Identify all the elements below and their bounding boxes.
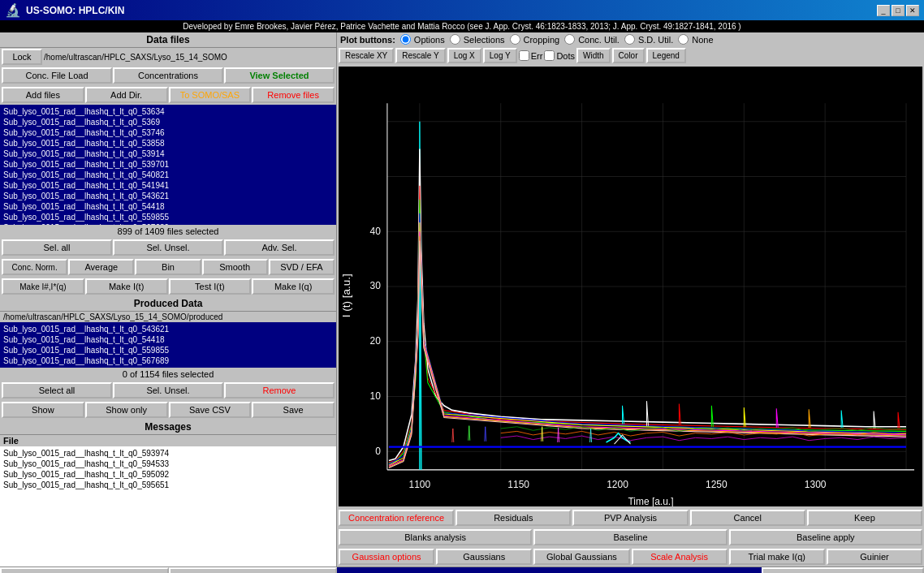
list-item[interactable]: Sub_lyso_0015_rad__lhashq_t_lt_q0_5369	[2, 117, 335, 127]
sd-util-radio[interactable]	[624, 34, 635, 45]
log-x-button[interactable]: Log X	[447, 48, 481, 63]
conc-file-load-button[interactable]: Conc. File Load	[2, 67, 112, 84]
make-if-button[interactable]: Make I#,I*(q)	[2, 278, 84, 295]
none-radio-label[interactable]: None	[678, 34, 713, 45]
remove-files-button[interactable]: Remove files	[252, 87, 335, 103]
blanks-analysis-button[interactable]: Blanks analysis	[339, 529, 532, 545]
save-csv-button[interactable]: Save CSV	[169, 402, 252, 418]
view-selected-button[interactable]: View Selected	[224, 67, 335, 84]
trial-make-lq-button[interactable]: Trial make I(q)	[729, 549, 825, 565]
list-item[interactable]: Sub_lyso_0015_rad__lhashq_t_lt_q0_559855	[2, 212, 335, 222]
list-item[interactable]: Sub_lyso_0015_rad__lhashq_t_lt_q0_543621	[2, 191, 335, 201]
guinier-button[interactable]: Guinier	[827, 549, 922, 565]
baseline-button[interactable]: Baseline	[533, 529, 727, 545]
save-button[interactable]: Save	[252, 402, 335, 418]
log-y-button[interactable]: Log Y	[483, 48, 517, 63]
messages-list[interactable]: Sub_lyso_0015_rad__lhashq_t_lt_q0_593974…	[0, 446, 336, 567]
color-button[interactable]: Color	[612, 48, 645, 63]
conc-util-radio-label[interactable]: Conc. Util.	[564, 34, 620, 45]
baseline-apply-button[interactable]: Baseline apply	[729, 529, 922, 545]
list-item[interactable]: Sub_lyso_0015_rad__lhashq_t_lt_q0_53858	[2, 138, 335, 149]
options-button[interactable]: Options	[169, 567, 338, 573]
cropping-radio-label[interactable]: Cropping	[510, 34, 560, 45]
process-toolbar: Conc. Norm. Average Bin Smooth SVD / EFA	[0, 257, 336, 277]
data-files-list[interactable]: Sub_lyso_0015_rad__lhashq_t_lt_q0_53634S…	[0, 105, 336, 225]
gaussian-options-button[interactable]: Gaussian options	[339, 549, 434, 565]
options-radio-label[interactable]: Options	[400, 34, 445, 45]
show-button[interactable]: Show	[2, 402, 84, 418]
none-radio-text: None	[692, 35, 713, 45]
concentration-reference-button[interactable]: Concentration reference	[339, 510, 454, 526]
bin-button[interactable]: Bin	[135, 259, 201, 275]
list-item[interactable]: Sub_lyso_0015_rad__lhashq_t_lt_q0_54418	[2, 334, 335, 345]
legend-button[interactable]: Legend	[646, 48, 686, 63]
width-button[interactable]: Width	[576, 48, 611, 63]
svg-text:0: 0	[375, 444, 381, 457]
residuals-button[interactable]: Residuals	[456, 510, 571, 526]
close-button[interactable]: ✕	[906, 5, 919, 16]
plot-canvas[interactable]: 0 10 20 30 40 I (t) [a.u.] 1100 1150 120…	[339, 67, 922, 506]
list-item[interactable]: Sub_lyso_0015_rad__lhashq_t_lt_q0_53746	[2, 127, 335, 138]
list-item[interactable]: Sub_lyso_0015_rad__lhashq_t_lt_q0_539701	[2, 159, 335, 170]
sel-unsel-button[interactable]: Sel. Unsel.	[113, 239, 223, 256]
list-item[interactable]: Sub_lyso_0015_rad__lhashq_t_lt_q0_540821	[2, 170, 335, 180]
sd-util-radio-label[interactable]: S.D. Util.	[624, 34, 673, 45]
selections-radio[interactable]	[450, 34, 460, 45]
list-item[interactable]: Sub_lyso_0015_rad__lhashq_t_lt_q0_53914	[2, 149, 335, 159]
rescale-xy-button[interactable]: Rescale XY	[339, 48, 394, 63]
show-only-button[interactable]: Show only	[85, 402, 168, 418]
options-radio-text: Options	[414, 35, 445, 45]
list-item[interactable]: Sub_lyso_0015_rad__lhashq_t_lt_q0_543621	[2, 324, 335, 334]
sel-all-button[interactable]: Sel. all	[2, 239, 112, 256]
svg-text:1100: 1100	[409, 478, 431, 491]
path-display: /home/ultrascan/HPLC_SAXS/Lyso_15_14_SOM…	[44, 53, 335, 62]
rescale-y-button[interactable]: Rescale Y	[395, 48, 445, 63]
pvp-analysis-button[interactable]: PVP Analysis	[572, 510, 688, 526]
smooth-button[interactable]: Smooth	[202, 259, 268, 275]
test-lt-button[interactable]: Test I(t)	[169, 278, 252, 295]
list-item[interactable]: Sub_lyso_0015_rad__lhashq_t_lt_q0_53634	[2, 106, 335, 117]
conc-util-radio[interactable]	[564, 34, 575, 45]
add-dir-button[interactable]: Add Dir.	[85, 87, 168, 103]
plot-buttons-label: Plot buttons:	[340, 35, 395, 45]
show-toolbar: Show Show only Save CSV Save	[0, 400, 336, 420]
selections-radio-label[interactable]: Selections	[450, 34, 505, 45]
remove-button[interactable]: Remove	[224, 382, 335, 399]
none-radio[interactable]	[678, 34, 689, 45]
list-item[interactable]: Sub_lyso_0015_rad__lhashq_t_lt_q0_54418	[2, 201, 335, 212]
svd-efa-button[interactable]: SVD / EFA	[269, 259, 335, 275]
make-lt-button[interactable]: Make I(t)	[85, 278, 168, 295]
make-lq-button[interactable]: Make I(q)	[252, 278, 335, 295]
cropping-radio[interactable]	[510, 34, 520, 45]
plot-buttons-row: Plot buttons: Options Selections Croppin…	[337, 32, 924, 46]
dots-checkbox[interactable]	[544, 50, 555, 61]
adv-sel-button[interactable]: Adv. Sel.	[224, 239, 335, 256]
options-radio[interactable]	[400, 34, 411, 45]
minimize-button[interactable]: _	[877, 5, 890, 16]
dots-label[interactable]: Dots	[544, 48, 575, 63]
list-item[interactable]: Sub_lyso_0015_rad__lhashq_t_lt_q0_559855	[2, 345, 335, 355]
list-item[interactable]: Sub_lyso_0015_rad__lhashq_t_lt_q0_567689	[2, 355, 335, 366]
keep-button[interactable]: Keep	[807, 510, 922, 526]
list-item: Sub_lyso_0015_rad__lhashq_t_lt_q0_593974	[2, 448, 335, 459]
scale-analysis-button[interactable]: Scale Analysis	[632, 549, 728, 565]
lock-button[interactable]: Lock	[2, 49, 42, 65]
average-button[interactable]: Average	[68, 259, 134, 275]
concentrations-button[interactable]: Concentrations	[113, 67, 223, 84]
cancel-button[interactable]: Cancel	[690, 510, 805, 526]
svg-text:I (t) [a.u.]: I (t) [a.u.]	[341, 274, 352, 317]
gaussians-button[interactable]: Gaussians	[436, 549, 532, 565]
to-somo-sas-button[interactable]: To SOMO/SAS	[169, 87, 252, 103]
help-button[interactable]: Help	[0, 567, 169, 573]
err-label[interactable]: Err	[519, 48, 543, 63]
produced-files-list[interactable]: Sub_lyso_0015_rad__lhashq_t_lt_q0_543621…	[0, 322, 336, 368]
sel-unsel2-button[interactable]: Sel. Unsel.	[113, 382, 223, 399]
err-checkbox[interactable]	[519, 50, 529, 61]
select-all-button[interactable]: Select all	[2, 382, 112, 399]
global-gaussians-button[interactable]: Global Gaussians	[533, 549, 629, 565]
list-item[interactable]: Sub_lyso_0015_rad__lhashq_t_lt_q0_541941	[2, 180, 335, 191]
conc-norm-button[interactable]: Conc. Norm.	[2, 259, 67, 275]
maximize-button[interactable]: □	[892, 5, 905, 16]
add-files-button[interactable]: Add files	[2, 87, 84, 103]
close-button[interactable]: Close	[762, 567, 924, 573]
